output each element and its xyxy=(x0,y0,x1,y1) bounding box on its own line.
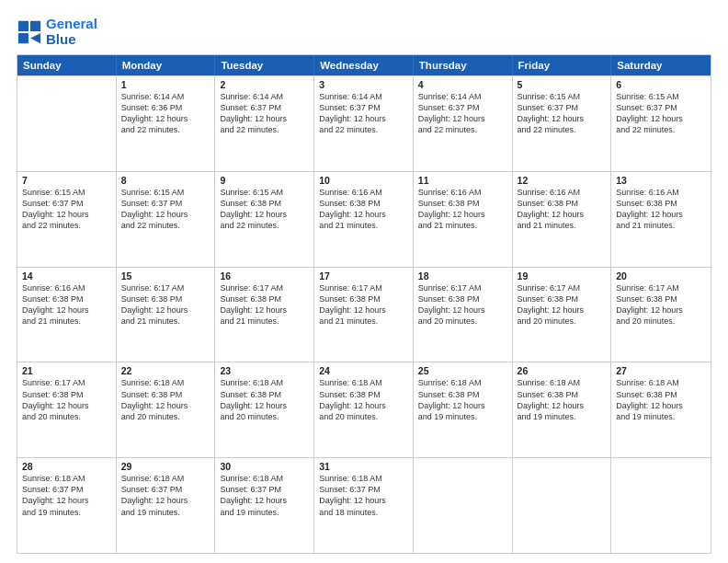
header: General Blue xyxy=(17,17,711,47)
cal-day-cell: 24Sunrise: 6:18 AM Sunset: 6:38 PM Dayli… xyxy=(314,362,414,457)
day-number: 6 xyxy=(616,79,706,90)
day-info: Sunrise: 6:17 AM Sunset: 6:38 PM Dayligh… xyxy=(418,282,507,327)
cal-header-cell: Friday xyxy=(513,55,612,75)
cal-header-cell: Wednesday xyxy=(314,55,414,75)
cal-week-row: 21Sunrise: 6:17 AM Sunset: 6:38 PM Dayli… xyxy=(17,362,711,457)
calendar: SundayMondayTuesdayWednesdayThursdayFrid… xyxy=(17,54,711,554)
day-number: 7 xyxy=(22,175,111,186)
day-info: Sunrise: 6:15 AM Sunset: 6:37 PM Dayligh… xyxy=(22,187,111,232)
day-number: 25 xyxy=(418,365,507,376)
day-number: 31 xyxy=(319,461,408,472)
day-info: Sunrise: 6:17 AM Sunset: 6:38 PM Dayligh… xyxy=(220,282,309,327)
svg-rect-2 xyxy=(18,32,28,42)
day-number: 26 xyxy=(518,365,607,376)
day-info: Sunrise: 6:16 AM Sunset: 6:38 PM Dayligh… xyxy=(518,187,607,232)
cal-day-cell: 20Sunrise: 6:17 AM Sunset: 6:38 PM Dayli… xyxy=(611,268,711,362)
cal-day-cell: 2Sunrise: 6:14 AM Sunset: 6:37 PM Daylig… xyxy=(215,76,314,171)
cal-day-cell: 13Sunrise: 6:16 AM Sunset: 6:38 PM Dayli… xyxy=(611,172,711,267)
cal-day-cell: 9Sunrise: 6:15 AM Sunset: 6:38 PM Daylig… xyxy=(215,172,314,267)
day-number: 22 xyxy=(121,365,210,376)
cal-day-cell: 11Sunrise: 6:16 AM Sunset: 6:38 PM Dayli… xyxy=(414,172,513,267)
cal-day-cell: 31Sunrise: 6:18 AM Sunset: 6:37 PM Dayli… xyxy=(314,458,414,553)
day-number: 29 xyxy=(121,461,210,472)
calendar-header-row: SundayMondayTuesdayWednesdayThursdayFrid… xyxy=(17,55,711,75)
cal-week-row: 14Sunrise: 6:16 AM Sunset: 6:38 PM Dayli… xyxy=(17,267,711,362)
day-info: Sunrise: 6:18 AM Sunset: 6:37 PM Dayligh… xyxy=(319,473,408,518)
cal-day-cell: 29Sunrise: 6:18 AM Sunset: 6:37 PM Dayli… xyxy=(117,458,216,553)
logo-text: General Blue xyxy=(46,17,97,47)
day-info: Sunrise: 6:18 AM Sunset: 6:38 PM Dayligh… xyxy=(418,377,507,422)
day-info: Sunrise: 6:18 AM Sunset: 6:37 PM Dayligh… xyxy=(220,473,309,518)
day-number: 16 xyxy=(220,270,309,282)
day-number: 2 xyxy=(220,79,309,90)
day-number: 8 xyxy=(121,175,210,186)
day-info: Sunrise: 6:14 AM Sunset: 6:37 PM Dayligh… xyxy=(220,91,309,136)
cal-day-cell: 14Sunrise: 6:16 AM Sunset: 6:38 PM Dayli… xyxy=(17,268,117,362)
cal-day-cell: 15Sunrise: 6:17 AM Sunset: 6:38 PM Dayli… xyxy=(117,268,216,362)
cal-day-cell: 12Sunrise: 6:16 AM Sunset: 6:38 PM Dayli… xyxy=(513,172,612,267)
cal-day-cell: 30Sunrise: 6:18 AM Sunset: 6:37 PM Dayli… xyxy=(215,458,314,553)
day-number: 21 xyxy=(22,365,111,376)
cal-day-cell: 28Sunrise: 6:18 AM Sunset: 6:37 PM Dayli… xyxy=(17,458,117,553)
day-number: 15 xyxy=(121,270,210,282)
day-number: 19 xyxy=(518,270,607,282)
day-number: 11 xyxy=(418,175,507,186)
cal-day-cell: 17Sunrise: 6:17 AM Sunset: 6:38 PM Dayli… xyxy=(314,268,414,362)
cal-week-row: 7Sunrise: 6:15 AM Sunset: 6:37 PM Daylig… xyxy=(17,171,711,267)
cal-day-cell: 6Sunrise: 6:15 AM Sunset: 6:37 PM Daylig… xyxy=(611,76,711,171)
cal-day-cell: 4Sunrise: 6:14 AM Sunset: 6:37 PM Daylig… xyxy=(414,76,513,171)
day-number: 1 xyxy=(121,79,210,90)
cal-day-cell: 3Sunrise: 6:14 AM Sunset: 6:37 PM Daylig… xyxy=(314,76,414,171)
cal-day-cell: 7Sunrise: 6:15 AM Sunset: 6:37 PM Daylig… xyxy=(17,172,117,267)
logo: General Blue xyxy=(17,17,97,47)
day-number: 12 xyxy=(518,175,607,186)
day-number: 13 xyxy=(616,175,706,186)
calendar-body: 1Sunrise: 6:14 AM Sunset: 6:36 PM Daylig… xyxy=(17,75,711,553)
day-number: 27 xyxy=(616,365,706,376)
day-info: Sunrise: 6:18 AM Sunset: 6:38 PM Dayligh… xyxy=(319,377,408,422)
cal-header-cell: Monday xyxy=(117,55,216,75)
day-number: 3 xyxy=(319,79,408,90)
cal-day-cell: 25Sunrise: 6:18 AM Sunset: 6:38 PM Dayli… xyxy=(414,362,513,457)
day-number: 10 xyxy=(319,175,408,186)
cal-day-cell: 22Sunrise: 6:18 AM Sunset: 6:38 PM Dayli… xyxy=(117,362,216,457)
cal-header-cell: Sunday xyxy=(17,55,117,75)
svg-marker-3 xyxy=(30,32,40,42)
day-info: Sunrise: 6:17 AM Sunset: 6:38 PM Dayligh… xyxy=(121,282,210,327)
cal-day-cell: 26Sunrise: 6:18 AM Sunset: 6:38 PM Dayli… xyxy=(513,362,612,457)
day-info: Sunrise: 6:17 AM Sunset: 6:38 PM Dayligh… xyxy=(616,282,706,327)
cal-header-cell: Thursday xyxy=(414,55,513,75)
day-info: Sunrise: 6:16 AM Sunset: 6:38 PM Dayligh… xyxy=(319,187,408,232)
day-number: 24 xyxy=(319,365,408,376)
svg-rect-0 xyxy=(18,20,28,30)
cal-day-cell xyxy=(611,458,711,553)
day-info: Sunrise: 6:18 AM Sunset: 6:38 PM Dayligh… xyxy=(616,377,706,422)
day-info: Sunrise: 6:18 AM Sunset: 6:38 PM Dayligh… xyxy=(121,377,210,422)
day-number: 14 xyxy=(22,270,111,282)
cal-day-cell xyxy=(513,458,612,553)
cal-day-cell: 27Sunrise: 6:18 AM Sunset: 6:38 PM Dayli… xyxy=(611,362,711,457)
day-info: Sunrise: 6:14 AM Sunset: 6:37 PM Dayligh… xyxy=(319,91,408,136)
day-info: Sunrise: 6:17 AM Sunset: 6:38 PM Dayligh… xyxy=(22,377,111,422)
day-info: Sunrise: 6:15 AM Sunset: 6:37 PM Dayligh… xyxy=(121,187,210,232)
cal-day-cell: 16Sunrise: 6:17 AM Sunset: 6:38 PM Dayli… xyxy=(215,268,314,362)
day-info: Sunrise: 6:18 AM Sunset: 6:38 PM Dayligh… xyxy=(220,377,309,422)
cal-day-cell: 10Sunrise: 6:16 AM Sunset: 6:38 PM Dayli… xyxy=(314,172,414,267)
day-info: Sunrise: 6:15 AM Sunset: 6:37 PM Dayligh… xyxy=(616,91,706,136)
day-info: Sunrise: 6:15 AM Sunset: 6:38 PM Dayligh… xyxy=(220,187,309,232)
day-info: Sunrise: 6:15 AM Sunset: 6:37 PM Dayligh… xyxy=(518,91,607,136)
day-info: Sunrise: 6:18 AM Sunset: 6:37 PM Dayligh… xyxy=(121,473,210,518)
page: General Blue SundayMondayTuesdayWednesda… xyxy=(0,0,728,563)
day-info: Sunrise: 6:17 AM Sunset: 6:38 PM Dayligh… xyxy=(518,282,607,327)
cal-week-row: 1Sunrise: 6:14 AM Sunset: 6:36 PM Daylig… xyxy=(17,75,711,171)
cal-day-cell: 8Sunrise: 6:15 AM Sunset: 6:37 PM Daylig… xyxy=(117,172,216,267)
cal-week-row: 28Sunrise: 6:18 AM Sunset: 6:37 PM Dayli… xyxy=(17,457,711,553)
cal-header-cell: Saturday xyxy=(611,55,711,75)
day-info: Sunrise: 6:16 AM Sunset: 6:38 PM Dayligh… xyxy=(418,187,507,232)
day-number: 9 xyxy=(220,175,309,186)
cal-day-cell: 19Sunrise: 6:17 AM Sunset: 6:38 PM Dayli… xyxy=(513,268,612,362)
day-number: 28 xyxy=(22,461,111,472)
cal-day-cell xyxy=(414,458,513,553)
day-info: Sunrise: 6:18 AM Sunset: 6:38 PM Dayligh… xyxy=(518,377,607,422)
day-info: Sunrise: 6:14 AM Sunset: 6:37 PM Dayligh… xyxy=(418,91,507,136)
